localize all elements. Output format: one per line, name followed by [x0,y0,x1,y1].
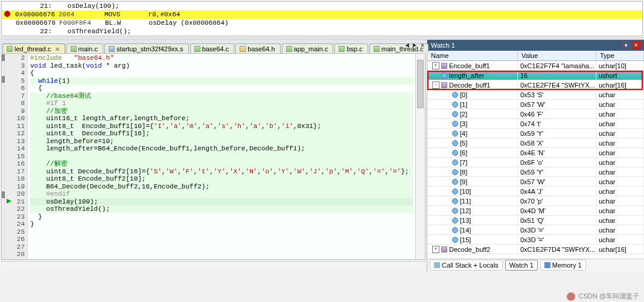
line-number[interactable]: 5 [7,77,25,85]
line-number[interactable]: 27 [7,243,25,251]
scrollbar-v[interactable] [415,54,425,259]
watch-row[interactable]: length_after16ushort [427,71,644,80]
line-number[interactable]: 14 [7,145,25,153]
code-line[interactable]: uint8_t Encode_buff1[10]={'I','a','m','a… [30,123,413,130]
line-number[interactable]: 18 [7,175,25,183]
tab-base64-h[interactable]: base64.h [235,43,280,53]
watch-row[interactable]: [14]0x3D '='uchar [427,225,644,235]
line-number[interactable]: 11 [7,123,25,130]
code-line[interactable]: osThreadYield(); [30,205,413,213]
code-line[interactable]: while(1) [30,77,413,85]
line-number[interactable]: 26 [7,236,25,243]
code-line[interactable]: osDelay(100); [30,198,413,206]
watch-row[interactable]: -Decode_buff10xC1E2F7E4 "SWFtYX...uchar[… [427,80,644,90]
line-number[interactable]: 6 [7,85,25,92]
code-line[interactable]: uint8_t Decode_buff2[16]={'S','W','F','t… [30,168,413,176]
line-number[interactable]: 7 [7,92,25,100]
watch-row[interactable]: [12]0x4D 'M'uchar [427,206,644,216]
line-number[interactable]: 10 [7,115,25,123]
watch-row[interactable]: [13]0x51 'Q'uchar [427,216,644,225]
tab-close-all[interactable]: ✕ [420,41,424,49]
code-line[interactable] [30,228,413,236]
disasm-line[interactable]: 0x08006676 2064 MOVS r0,#0x64 [2,10,642,19]
scrollbar-h[interactable] [1,261,426,271]
line-number[interactable]: 28 [7,251,25,259]
line-number[interactable]: 16 [7,160,25,168]
footer-tab-Watch-1[interactable]: Watch 1 [505,260,538,271]
code-line[interactable]: #if 1 [30,100,413,108]
line-number[interactable]: 8 [7,100,25,108]
watch-row[interactable]: [10]0x4A 'J'uchar [427,187,644,196]
footer-tab-Call-Stack-Locals[interactable]: Call Stack + Locals [430,260,503,271]
code-line[interactable]: uint8_t Decode_buff1[16]; [30,130,413,138]
watch-row[interactable]: [8]0x59 'Y'uchar [427,167,644,177]
code-line[interactable]: #endif [30,190,413,198]
watch-row[interactable]: +Decode_buff20xC1E2F7D4 "SWFtYX...uchar[… [427,245,644,254]
watch-row[interactable]: +Encode_buff10xC1E2F7F4 "Iamasha...uchar… [427,61,644,71]
line-number[interactable]: 13 [7,138,25,146]
code-line[interactable]: //加密 [30,108,413,115]
col-value[interactable]: Value [518,51,596,60]
expand-toggle[interactable]: + [432,62,439,69]
tab-bsp-c[interactable]: bsp.c [334,43,368,53]
code-line[interactable]: //解密 [30,160,413,168]
tab-base64-c[interactable]: base64.c [190,43,235,53]
watch-pin[interactable]: ▾ [622,41,630,50]
code-line[interactable]: #include "base64.h" [30,54,413,62]
tab-main-c[interactable]: main.c [66,43,103,53]
code-line[interactable]: { [30,69,413,77]
watch-row[interactable]: [9]0x57 'W'uchar [427,177,644,187]
breakpoint-icon[interactable] [4,11,10,17]
watch-row[interactable]: [7]0x6F 'o'uchar [427,158,644,167]
line-number[interactable]: 9 [7,108,25,115]
tab-startup_stm32f429xx-s[interactable]: startup_stm32f429xx.s [104,43,189,53]
footer-tab-Memory-1[interactable]: Memory 1 [540,260,586,271]
tab-close-icon[interactable]: ✕ [53,46,60,53]
watch-row[interactable]: [0]0x53 'S'uchar [427,90,644,100]
line-number[interactable]: 3 [7,62,25,70]
line-number[interactable]: 19 [7,183,25,191]
code-line[interactable]: length_before=10; [30,138,413,146]
watch-header[interactable]: Name Value Type [427,51,644,61]
line-number[interactable]: 20 [7,190,25,198]
watch-rows[interactable]: +Encode_buff10xC1E2F7F4 "Iamasha...uchar… [427,61,644,259]
code-line[interactable]: { [30,85,413,92]
code-line[interactable] [30,236,413,243]
code-line[interactable]: B64_Decode(Decode_buff2,16,Encode_buff2)… [30,183,413,191]
watch-row[interactable]: [4]0x59 'Y'uchar [427,129,644,138]
watch-row[interactable]: [15]0x3D '='uchar [427,235,644,245]
line-number[interactable]: 24 [7,220,25,228]
line-number[interactable]: 2 [7,54,25,62]
watch-row[interactable]: [2]0x46 'F'uchar [427,109,644,119]
watch-row[interactable]: [5]0x58 'X'uchar [427,138,644,148]
watch-row[interactable]: [11]0x70 'p'uchar [427,196,644,206]
watch-row[interactable]: [3]0x74 't'uchar [427,119,644,129]
tab-led_thread-c[interactable]: led_thread.c✕ [2,43,65,53]
disasm-line[interactable]: 21: osDelay(100); [2,2,642,10]
line-gutter[interactable]: 2345678910111213141516171819202122232425… [5,54,28,259]
code-line[interactable] [30,243,413,251]
code-line[interactable]: length_after=B64_Encode(Encode_buff1,len… [30,145,413,153]
code-line[interactable]: //base64测试 [30,92,413,100]
watch-row[interactable]: [1]0x57 'W'uchar [427,100,644,109]
expand-toggle[interactable]: + [432,246,439,253]
line-number[interactable]: 17 [7,168,25,176]
line-number[interactable]: 23 [7,213,25,221]
code-line[interactable]: } [30,220,413,228]
watch-row[interactable]: [6]0x4E 'N'uchar [427,148,644,158]
tab-scroll-right[interactable]: ▶ [413,41,417,49]
col-type[interactable]: Type [596,51,644,60]
tab-app_main-c[interactable]: app_main.c [282,43,334,53]
disasm-line[interactable]: 22: osThreadYield(); [2,27,642,36]
code-line[interactable] [30,251,413,259]
code-line[interactable]: uint16_t length_after,length_before; [30,115,413,123]
tab-scroll-left[interactable]: ◀ [405,41,409,49]
line-number[interactable]: 4 [7,69,25,77]
code-area[interactable]: #include "base64.h"void led_task(void * … [28,54,415,259]
line-number[interactable]: 12 [7,130,25,138]
code-line[interactable]: } [30,213,413,221]
line-number[interactable]: 21 [7,198,25,206]
disasm-line[interactable]: 0x08006678 F000F8F4 BL.W osDelay (0x0800… [2,19,642,27]
col-name[interactable]: Name [427,51,518,60]
line-number[interactable]: 15 [7,153,25,161]
